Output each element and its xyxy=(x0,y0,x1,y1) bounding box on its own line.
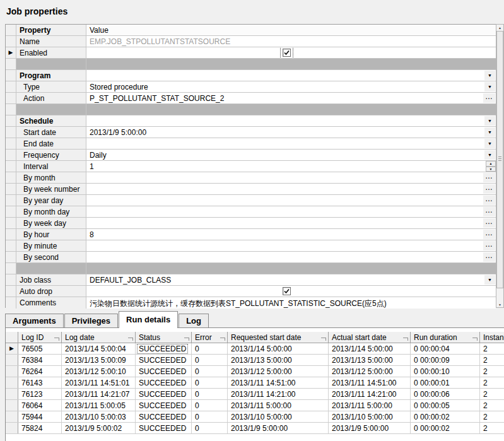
dropdown-arrow-icon[interactable]: ▼ xyxy=(484,82,495,91)
property-value[interactable]: … xyxy=(86,172,496,183)
cell-requested-start-date: 2013/1/12 5:00:00 xyxy=(228,366,329,377)
cell-actual-start-date: 2013/1/10 5:00:00 xyxy=(329,411,411,422)
property-value[interactable]: Stored procedure▼ xyxy=(86,81,496,92)
cell-actual-start-date: 2013/1/12 5:00:00 xyxy=(329,366,411,377)
cell-status: SUCCEEDED xyxy=(136,366,192,377)
property-row-name: NameEMP.JOB_STPOLLUTANTSTATSOURCE xyxy=(6,36,496,47)
property-value[interactable]: Daily▼ xyxy=(86,150,496,160)
column-header-log-date[interactable]: Log date xyxy=(62,332,136,343)
ellipsis-button[interactable]: … xyxy=(483,230,495,239)
cell-error: 0 xyxy=(192,343,228,354)
property-grid-scrollbar[interactable]: ▲ ▼ xyxy=(496,24,504,308)
grid-gutter xyxy=(6,286,16,297)
property-value[interactable]: 8… xyxy=(86,229,496,240)
grid-gutter xyxy=(6,400,18,411)
property-row-by-week-day: By week day… xyxy=(6,218,496,229)
column-header-requested-start-date[interactable]: Requested start date xyxy=(228,332,329,343)
dropdown-arrow-icon[interactable]: ▼ xyxy=(484,71,495,80)
cell-actual-start-date: 2013/1/9 5:00:00 xyxy=(329,423,411,433)
property-value[interactable]: ▼ xyxy=(86,70,496,81)
cell-log-id: 75824 xyxy=(18,423,62,433)
tab-privileges[interactable]: Privileges xyxy=(64,314,118,328)
grid-gutter xyxy=(6,138,16,149)
grid-gutter xyxy=(6,25,16,35)
property-value[interactable]: … xyxy=(86,184,496,194)
scroll-up-icon[interactable]: ▲ xyxy=(496,25,503,30)
property-row-comments: Comments污染物日数据统计源统计，缓存数据到表ST_POLLUTANT_S… xyxy=(6,297,496,309)
ellipsis-button[interactable]: … xyxy=(483,173,495,182)
dropdown-arrow-icon[interactable]: ▼ xyxy=(484,139,495,148)
property-value[interactable]: 1▲▼ xyxy=(86,161,496,172)
property-value[interactable]: 2013/1/9 5:00:00▼ xyxy=(86,127,496,138)
spinner-up-button[interactable]: ▲ xyxy=(486,161,496,167)
column-header-instance[interactable]: Instance xyxy=(480,332,504,343)
ellipsis-button[interactable]: … xyxy=(483,93,495,103)
property-label: End date xyxy=(16,138,86,149)
property-value[interactable] xyxy=(86,47,496,58)
property-value[interactable]: … xyxy=(86,195,496,206)
property-value[interactable]: … xyxy=(86,240,496,251)
ellipsis-button[interactable]: … xyxy=(483,241,495,250)
property-label: Action xyxy=(16,93,86,103)
property-value[interactable]: … xyxy=(86,206,496,217)
auto-drop-checkbox[interactable] xyxy=(283,287,291,295)
ellipsis-button[interactable]: … xyxy=(483,252,495,262)
scrollbar-thumb[interactable] xyxy=(496,31,503,288)
grid-gutter xyxy=(6,411,18,422)
property-row-schedule: Schedule▼ xyxy=(6,115,496,127)
table-row[interactable]: 759442013/1/10 5:00:03SUCCEEDED02013/1/1… xyxy=(6,411,504,423)
tab-run-details[interactable]: Run details xyxy=(119,311,178,328)
property-label: By week day xyxy=(16,218,86,228)
property-value[interactable]: EMP.JOB_STPOLLUTANTSTATSOURCE xyxy=(86,36,496,47)
property-value[interactable]: ▼ xyxy=(86,138,496,149)
property-value[interactable] xyxy=(86,286,496,297)
column-header-log-id[interactable]: Log ID xyxy=(18,332,62,343)
cell-run-duration: 0 00:00:05 xyxy=(411,400,480,411)
cell-run-duration: 0 00:00:10 xyxy=(411,366,480,377)
ellipsis-button[interactable]: … xyxy=(483,184,495,194)
table-row[interactable]: 760642013/1/11 5:00:05SUCCEEDED02013/1/1… xyxy=(6,400,504,411)
dropdown-arrow-icon[interactable]: ▼ xyxy=(484,127,495,137)
dropdown-arrow-icon[interactable]: ▼ xyxy=(484,275,495,285)
ellipsis-button[interactable]: … xyxy=(483,207,495,216)
dropdown-arrow-icon[interactable]: ▼ xyxy=(484,116,495,126)
table-row[interactable]: 761232013/1/11 14:21:07SUCCEEDED02013/1/… xyxy=(6,389,504,400)
table-row[interactable]: 758242013/1/9 5:00:02SUCCEEDED02013/1/9 … xyxy=(6,423,504,434)
property-value[interactable]: P_ST_POLLUTANT_STAT_SOURCE_2… xyxy=(86,93,496,103)
scroll-down-icon[interactable]: ▼ xyxy=(496,302,503,307)
enabled-checkbox[interactable] xyxy=(283,49,291,57)
property-label: By minute xyxy=(16,240,86,251)
job-properties-window: Job properties PropertyValueNameEMP.JOB_… xyxy=(0,0,504,441)
tab-log[interactable]: Log xyxy=(179,314,209,328)
cell-error: 0 xyxy=(192,377,228,388)
property-label: By month xyxy=(16,172,86,183)
property-value[interactable]: … xyxy=(86,218,496,228)
property-value[interactable]: … xyxy=(86,252,496,262)
page-title: Job properties xyxy=(6,6,67,16)
ellipsis-button[interactable]: … xyxy=(483,218,495,228)
cell-requested-start-date: 2013/1/11 5:00:00 xyxy=(228,400,329,411)
column-header-actual-start-date[interactable]: Actual start date xyxy=(329,332,411,343)
property-row-by-week-number: By week number… xyxy=(6,184,496,195)
property-row-action: ActionP_ST_POLLUTANT_STAT_SOURCE_2… xyxy=(6,93,496,104)
table-row[interactable]: 761432013/1/11 14:51:01SUCCEEDED02013/1/… xyxy=(6,377,504,389)
column-header-status[interactable]: Status xyxy=(136,332,192,343)
cell-status: SUCCEEDED xyxy=(136,389,192,399)
property-value[interactable]: DEFAULT_JOB_CLASS▼ xyxy=(86,274,496,285)
property-value[interactable]: ▼ xyxy=(86,115,496,126)
grid-gutter xyxy=(6,104,16,115)
table-row[interactable]: ▶765052013/1/14 5:00:04SUCCEEDED02013/1/… xyxy=(6,343,504,355)
focused-cell: SUCCEEDED xyxy=(137,344,188,354)
column-header-run-duration[interactable]: Run duration xyxy=(411,332,480,343)
table-row[interactable]: 762642013/1/12 5:00:10SUCCEEDED02013/1/1… xyxy=(6,366,504,377)
tab-arguments[interactable]: Arguments xyxy=(5,314,64,328)
property-value[interactable]: 污染物日数据统计源统计，缓存数据到表ST_POLLUTANT_STATISTIC… xyxy=(86,297,496,309)
column-header-error[interactable]: Error xyxy=(192,332,228,343)
ellipsis-button[interactable]: … xyxy=(483,196,495,205)
table-row[interactable]: 763842013/1/13 5:00:09SUCCEEDED02013/1/1… xyxy=(6,355,504,366)
spinner-down-button[interactable]: ▼ xyxy=(486,167,496,172)
cell-requested-start-date: 2013/1/13 5:00:00 xyxy=(228,355,329,365)
dropdown-arrow-icon[interactable]: ▼ xyxy=(484,150,495,160)
cell-log-id: 76123 xyxy=(18,389,62,399)
grid-gutter xyxy=(6,115,16,126)
